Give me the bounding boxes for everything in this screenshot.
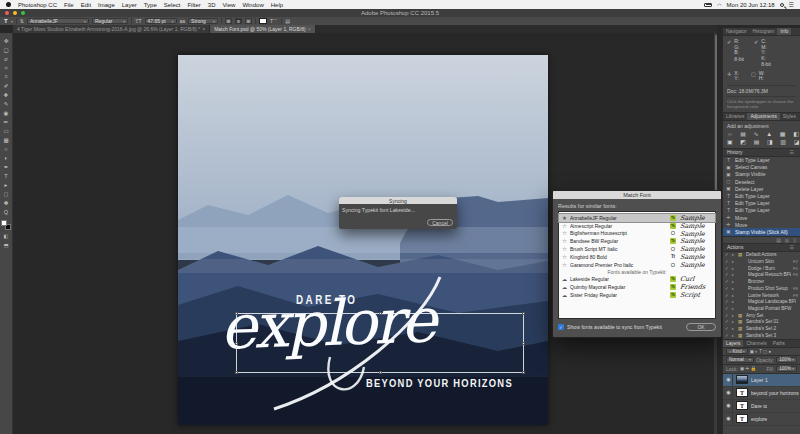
panel-tab[interactable]: Histogram	[750, 28, 778, 35]
expand-triangle-icon[interactable]: ▸	[732, 319, 736, 324]
layer-name[interactable]: Layer 1	[751, 377, 768, 383]
menu-file[interactable]: File	[64, 2, 74, 8]
action-check-icon[interactable]: ✓	[725, 272, 730, 277]
warp-text-icon[interactable]: T⌒	[270, 18, 278, 24]
favorite-star-icon[interactable]: ☆	[562, 238, 568, 244]
layer-row[interactable]: ◉ Layer 1	[723, 374, 800, 387]
action-check-icon[interactable]: ✓	[725, 259, 730, 264]
menu-type[interactable]: Type	[144, 2, 157, 8]
action-check-icon[interactable]: ✓	[725, 306, 730, 311]
tool-button[interactable]: ✜	[1, 36, 12, 45]
text-orientation-icon[interactable]: ⇅	[20, 18, 24, 24]
transform-handle[interactable]	[235, 342, 238, 345]
font-style-select[interactable]: Regular ▾	[92, 18, 128, 24]
layer-filter-icons[interactable]: ▣ ◐ T ▢ ●	[750, 349, 772, 354]
type-tool-icon[interactable]: T	[4, 18, 8, 24]
font-size-select[interactable]: 47.65 pt ▾	[145, 18, 177, 24]
expand-triangle-icon[interactable]: ▸	[732, 299, 736, 304]
action-item[interactable]: ✓ ▸ ▩ Dodge / Burn F5	[723, 265, 800, 272]
lock-icons[interactable]: ▣ ✛ 🔒	[740, 366, 756, 371]
typekit-font-row[interactable]: ☁ Quimby Mayoral Regular Tk Friends	[559, 283, 715, 291]
panel-tab[interactable]: Styles	[780, 113, 799, 120]
toggle-panels-icon[interactable]: ▤	[285, 18, 290, 24]
menu-select[interactable]: Select	[164, 2, 181, 8]
action-item[interactable]: ✓ ▸ ▩ Magical Retouch BFW F6	[723, 272, 800, 279]
tool-button[interactable]: ⌗	[1, 72, 12, 81]
history-item[interactable]: ▣ Delete Layer	[723, 185, 800, 192]
action-item[interactable]: ✓ ▸ ▩ Product Shot Setup F8	[723, 285, 800, 292]
expand-triangle-icon[interactable]: ▸	[732, 333, 736, 338]
panel-tab[interactable]: Channels	[743, 340, 769, 347]
menu-help[interactable]: Help	[271, 2, 283, 8]
font-result-row[interactable]: ☆ Brush Script MT Italic O Sample	[559, 245, 715, 253]
favorite-star-icon[interactable]: ★	[562, 215, 568, 221]
foreground-color-swatch[interactable]	[1, 220, 7, 226]
action-item[interactable]: ✓ ▸ ▩ Unicorn Skin F2	[723, 258, 800, 265]
action-check-icon[interactable]: ✓	[725, 299, 730, 304]
menu-view[interactable]: View	[222, 2, 235, 8]
transform-handle[interactable]	[235, 312, 238, 315]
panel-tab[interactable]: Info	[777, 28, 791, 35]
history-item[interactable]: T Edit Type Layer	[723, 207, 800, 214]
cancel-button[interactable]: Cancel	[427, 219, 453, 226]
tool-button[interactable]: ◉	[1, 108, 12, 117]
history-item[interactable]: ▢ Deselect	[723, 178, 800, 185]
history-item[interactable]: T Edit Type Layer	[723, 192, 800, 199]
layer-name[interactable]: Dare to	[751, 403, 767, 409]
tool-button[interactable]: T	[1, 171, 12, 180]
action-item[interactable]: ✓ ▸ ▩ Lustre Network F9	[723, 292, 800, 299]
layer-visibility-eye-icon[interactable]: ◉	[725, 386, 733, 399]
font-result-row[interactable]: ☆ Kingbird 80 Bold Tt Sample	[559, 253, 715, 261]
action-item[interactable]: ✓ ▸ ▩ Bronzer	[723, 278, 800, 285]
foreground-background-swatches[interactable]	[1, 220, 11, 230]
font-family-select[interactable]: AnnabelleJF ▾	[27, 18, 89, 24]
history-item[interactable]: ✛ Move	[723, 221, 800, 228]
sync-cloud-icon[interactable]: ☁	[562, 292, 568, 298]
history-item[interactable]: T Edit Type Layer	[723, 200, 800, 207]
tool-button[interactable]: ▢	[1, 45, 12, 54]
fill-select[interactable]: 100% ▾	[776, 366, 797, 372]
new-document-from-state-icon[interactable]: ▤	[776, 237, 781, 243]
panel-tab[interactable]: Adjustments	[747, 113, 779, 120]
action-item[interactable]: ✓ ▸ ▩ Sandra's Set 2	[723, 325, 800, 332]
font-result-row[interactable]: ★ AnnabelleJF Regular Tk Sample	[559, 214, 715, 222]
transform-handle[interactable]	[522, 312, 525, 315]
history-item[interactable]: ▣ Stamp Visible	[723, 171, 800, 178]
favorite-star-icon[interactable]: ☆	[562, 246, 568, 252]
show-typekit-checkbox[interactable]: ✓	[558, 324, 564, 330]
spotlight-search-icon[interactable]	[780, 3, 784, 7]
expand-triangle-icon[interactable]: ▸	[732, 286, 736, 291]
action-item[interactable]: ✓ ▸ ▩ Magical Portrait BFW	[723, 305, 800, 312]
adjustment-icons-row-2[interactable]: ▣ ◩ ▤ ◨ ▥ ◪ ▨ ▧	[727, 138, 796, 146]
sync-cloud-icon[interactable]: ☁	[562, 276, 568, 282]
menu-filter[interactable]: Filter	[187, 2, 200, 8]
panel-tab[interactable]: Navigator	[723, 28, 750, 35]
panel-tab[interactable]: Libraries	[723, 113, 747, 120]
layer-thumbnail[interactable]: T	[736, 401, 748, 410]
history-item[interactable]: ▣ Select Canvas	[723, 164, 800, 171]
blend-mode-select[interactable]: Normal ▾	[726, 357, 754, 363]
quick-mask-icon[interactable]: ◧	[4, 233, 9, 239]
layer-row[interactable]: ◉ T Dare to	[723, 400, 800, 413]
action-check-icon[interactable]: ✓	[725, 326, 730, 331]
new-snapshot-icon[interactable]: ◎	[785, 237, 789, 243]
expand-triangle-icon[interactable]: ▸	[732, 293, 736, 298]
align-right-button[interactable]: ☰	[245, 18, 252, 24]
tool-button[interactable]: ○	[1, 144, 12, 153]
document-tab[interactable]: Match Font.psd @ 50% (Layer 1, RGB/8) ×	[210, 25, 315, 33]
transform-handle[interactable]	[522, 371, 525, 374]
tool-button[interactable]: σ	[1, 54, 12, 63]
favorite-star-icon[interactable]: ☆	[562, 223, 568, 229]
tool-button[interactable]: ▭	[1, 126, 12, 135]
transform-bounding-box[interactable]	[236, 313, 524, 373]
favorite-star-icon[interactable]: ☆	[562, 262, 568, 268]
transform-handle[interactable]	[235, 371, 238, 374]
panel-tab[interactable]: Paths	[770, 340, 788, 347]
menu-layer[interactable]: Layer	[122, 2, 137, 8]
document-tab[interactable]: 4 Tiger Moss Studios Elizabeth Armstrong…	[13, 25, 210, 33]
tool-button[interactable]: ✐	[1, 81, 12, 90]
menu-photoshop-cc[interactable]: Photoshop CC	[18, 2, 57, 8]
action-check-icon[interactable]: ✓	[725, 293, 730, 298]
font-result-row[interactable]: ☆ Aimescript Regular Tk Sample	[559, 222, 715, 230]
antialias-select[interactable]: Strong ▾	[188, 18, 218, 24]
